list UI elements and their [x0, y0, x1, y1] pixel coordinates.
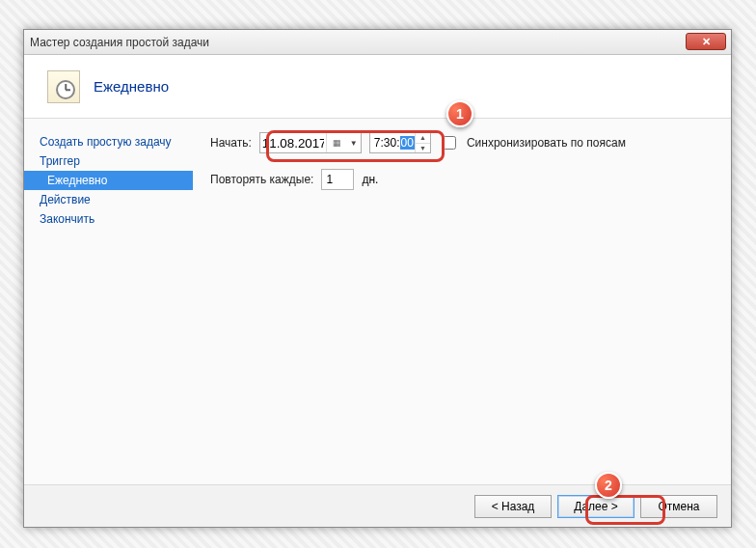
sync-timezone-label: Синхронизировать по поясам: [467, 136, 626, 150]
spinner-up-icon[interactable]: ▲: [416, 133, 430, 144]
start-row: Начать: ▦ ▼ 7:30:00 ▲ ▼ Синхрониз: [210, 132, 714, 153]
time-value[interactable]: 7:30:00: [370, 133, 415, 152]
date-input[interactable]: [260, 133, 326, 152]
wizard-header: Ежедневно: [24, 55, 731, 119]
cancel-button[interactable]: Отмена: [640, 495, 717, 518]
spinner-down-icon[interactable]: ▼: [416, 144, 430, 153]
nav-item-action[interactable]: Действие: [24, 190, 193, 209]
nav-item-create-task[interactable]: Создать простую задачу: [24, 132, 193, 151]
repeat-row: Повторять каждые: дн.: [210, 169, 714, 190]
next-button[interactable]: Далее >: [557, 495, 634, 518]
repeat-input[interactable]: [321, 169, 354, 190]
page-heading: Ежедневно: [94, 78, 169, 95]
wizard-dialog: Мастер создания простой задачи ✕ Ежеднев…: [23, 29, 732, 528]
calendar-icon[interactable]: ▦: [326, 133, 347, 152]
close-button[interactable]: ✕: [686, 33, 726, 50]
wizard-nav: Создать простую задачу Триггер Ежедневно…: [24, 119, 193, 484]
time-picker[interactable]: 7:30:00 ▲ ▼: [369, 132, 431, 153]
wizard-body: Создать простую задачу Триггер Ежедневно…: [24, 119, 731, 484]
window-title: Мастер создания простой задачи: [30, 36, 209, 49]
nav-item-finish[interactable]: Закончить: [24, 209, 193, 229]
chevron-down-icon[interactable]: ▼: [347, 133, 361, 152]
wizard-footer: < Назад Далее > Отмена: [24, 484, 731, 527]
time-spinner[interactable]: ▲ ▼: [415, 133, 430, 152]
wizard-content: Начать: ▦ ▼ 7:30:00 ▲ ▼ Синхрониз: [193, 119, 731, 484]
back-button[interactable]: < Назад: [474, 495, 552, 518]
sync-timezone-checkbox[interactable]: [443, 136, 456, 150]
repeat-label: Повторять каждые:: [210, 173, 313, 186]
date-picker[interactable]: ▦ ▼: [259, 132, 362, 153]
start-label: Начать:: [210, 136, 252, 150]
nav-item-trigger[interactable]: Триггер: [24, 151, 193, 171]
calendar-clock-icon: [47, 70, 80, 103]
repeat-unit: дн.: [362, 173, 378, 186]
nav-item-daily[interactable]: Ежедневно: [24, 171, 193, 190]
titlebar[interactable]: Мастер создания простой задачи ✕: [24, 30, 731, 55]
